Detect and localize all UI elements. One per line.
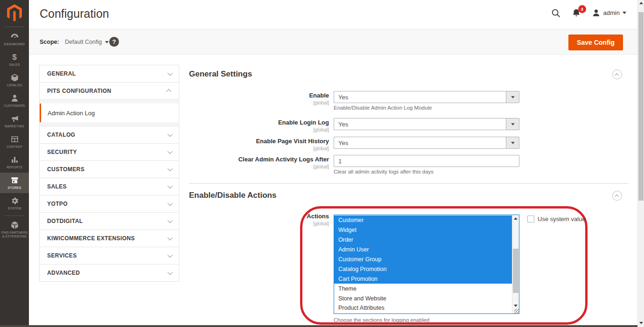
chevron-down-icon <box>168 166 173 171</box>
multiselect-options: Customer Widget Order Admin User Custome… <box>334 216 512 313</box>
resize-grip[interactable] <box>514 309 519 313</box>
sidebar-item-stores[interactable]: STORES <box>0 173 29 193</box>
sidebar-item-label: MARKETING <box>5 125 24 128</box>
field-note: Clear all admin activity logs after this… <box>334 169 519 174</box>
search-icon[interactable] <box>551 8 561 18</box>
nav-section-dotdigital[interactable]: DOTDIGITAL <box>39 212 179 230</box>
scroll-down-arrow[interactable] <box>512 302 519 309</box>
nav-section-pits-configuration[interactable]: PITS CONFIGURATION <box>39 82 179 100</box>
admin-account-menu[interactable]: admin <box>592 8 626 17</box>
option-order[interactable]: Order <box>334 235 512 245</box>
chevron-down-icon <box>168 201 173 206</box>
field-label: Enable Page Visit History [global] <box>189 138 329 151</box>
chevron-down-icon <box>168 218 173 223</box>
notifications-bell-icon[interactable]: 3 <box>571 8 581 18</box>
option-customer[interactable]: Customer <box>334 216 512 225</box>
scroll-up-arrow[interactable] <box>639 2 643 4</box>
sidebar-item-customers[interactable]: CUSTOMERS <box>0 90 29 111</box>
enable-disable-actions-heading: Enable/Disable Actions <box>189 191 276 200</box>
nav-section-kiwicommerce-extensions[interactable]: KIWICOMMERCE EXTENSIONS <box>39 230 179 247</box>
content-icon <box>10 135 19 144</box>
actions-field-label: Actions [global] <box>189 213 329 226</box>
option-customer-group[interactable]: Customer Group <box>334 255 512 264</box>
field-label-text: Clear Admin Activity Logs After <box>189 156 329 163</box>
scope-help-icon[interactable]: ? <box>109 37 119 47</box>
scroll-up-arrow[interactable] <box>512 215 519 222</box>
chevron-down-icon <box>105 41 109 43</box>
collapse-general-settings-button[interactable] <box>612 70 622 79</box>
actions-multiselect[interactable]: Customer Widget Order Admin User Custome… <box>334 215 519 314</box>
sidebar-item-label: CUSTOMERS <box>4 104 25 108</box>
scope-value: Default Config <box>65 39 102 45</box>
option-catalog-promotion[interactable]: Catalog Promotion <box>334 264 512 274</box>
scrollbar-thumb[interactable] <box>513 249 518 293</box>
nav-section-label: SERVICES <box>47 252 77 259</box>
sidebar-item-content[interactable]: CONTENT <box>0 132 29 152</box>
use-system-value-checkbox[interactable] <box>527 216 534 223</box>
field-note: Enable/Disable Admin Action Log Module <box>334 105 519 111</box>
option-cart-promotion[interactable]: Cart Promotion <box>334 274 512 284</box>
sidebar-item-system[interactable]: SYSTEM <box>0 193 29 214</box>
option-theme[interactable]: Theme <box>334 284 512 293</box>
enable-page-visit-history-select[interactable]: Yes <box>334 137 519 149</box>
nav-section-label: ADVANCED <box>47 270 80 276</box>
option-product-attributes[interactable]: Product Attributes <box>334 303 512 313</box>
collapse-actions-section-button[interactable] <box>612 191 622 201</box>
nav-subitem-admin-action-log[interactable]: Admin Action Log <box>40 104 179 122</box>
field-scope-text: [global] <box>189 146 329 151</box>
option-admin-user[interactable]: Admin User <box>334 245 512 255</box>
sidebar-item-label: DASHBOARD <box>4 42 25 46</box>
magento-logo[interactable] <box>0 0 29 26</box>
sidebar-item-marketing[interactable]: MARKETING <box>0 111 29 132</box>
nav-section-catalog[interactable]: CATALOG <box>39 126 179 144</box>
field-label: Enable Login Log [global] <box>189 119 329 132</box>
save-config-button[interactable]: Save Config <box>568 35 623 50</box>
multiselect-scrollbar[interactable] <box>512 215 519 313</box>
option-widget[interactable]: Widget <box>334 225 512 235</box>
sidebar-item-label: SALES <box>9 63 20 67</box>
nav-section-sales[interactable]: SALES <box>39 178 179 195</box>
field-scope-text: [global] <box>189 127 329 132</box>
use-system-value-label: Use system value <box>538 216 586 223</box>
general-settings-heading: General Settings <box>189 70 252 79</box>
sidebar-item-find-partners[interactable]: FIND PARTNERS & EXTENSIONS <box>0 218 29 241</box>
enable-select[interactable]: Yes <box>334 91 519 103</box>
field-label: Enable [global] <box>189 92 329 105</box>
config-nav: GENERAL PITS CONFIGURATION Admin Action … <box>39 65 179 282</box>
sidebar-item-label: CONTENT <box>7 145 22 149</box>
sidebar-item-dashboard[interactable]: DASHBOARD <box>0 29 29 49</box>
scrollbar-thumb[interactable] <box>638 12 644 201</box>
page-scrollbar[interactable] <box>637 0 644 327</box>
sidebar-divider <box>5 27 24 27</box>
field-label-text: Enable <box>189 92 329 99</box>
scroll-down-arrow[interactable] <box>639 322 643 324</box>
nav-section-security[interactable]: SECURITY <box>39 143 179 161</box>
nav-section-label: SALES <box>47 183 67 190</box>
nav-section-advanced[interactable]: ADVANCED <box>39 264 179 282</box>
sidebar-item-reports[interactable]: REPORTS <box>0 152 29 173</box>
option-store-and-website[interactable]: Store and Website <box>334 293 512 303</box>
scope-switcher[interactable]: Default Config <box>65 39 109 45</box>
nav-section-yotpo[interactable]: YOTPO <box>39 195 179 213</box>
nav-section-customers[interactable]: CUSTOMERS <box>39 160 179 178</box>
select-value: Yes <box>338 94 348 101</box>
nav-subsection-list: Admin Action Log <box>39 99 179 126</box>
clear-logs-after-input[interactable] <box>334 155 519 167</box>
nav-section-services[interactable]: SERVICES <box>39 247 179 264</box>
config-content: General Settings Enable [global] Yes Ena… <box>189 65 629 327</box>
dashboard-icon <box>10 32 19 42</box>
nav-section-label: SECURITY <box>47 149 77 155</box>
nav-section-label: CATALOG <box>47 132 75 138</box>
nav-section-label: KIWICOMMERCE EXTENSIONS <box>47 235 135 242</box>
marketing-icon <box>10 114 19 124</box>
nav-section-general[interactable]: GENERAL <box>39 65 179 83</box>
sidebar-item-catalog[interactable]: CATALOG <box>0 70 29 90</box>
page-title: Configuration <box>40 7 109 21</box>
chevron-down-icon <box>168 183 173 188</box>
sidebar-item-sales[interactable]: $ SALES <box>0 49 29 70</box>
scope-bar: Scope: Default Config ? Save Config <box>29 29 637 55</box>
sidebar-item-label: CATALOG <box>7 83 22 87</box>
chevron-down-icon <box>168 70 173 76</box>
select-value: Yes <box>338 139 348 146</box>
enable-login-log-select[interactable]: Yes <box>334 118 519 130</box>
